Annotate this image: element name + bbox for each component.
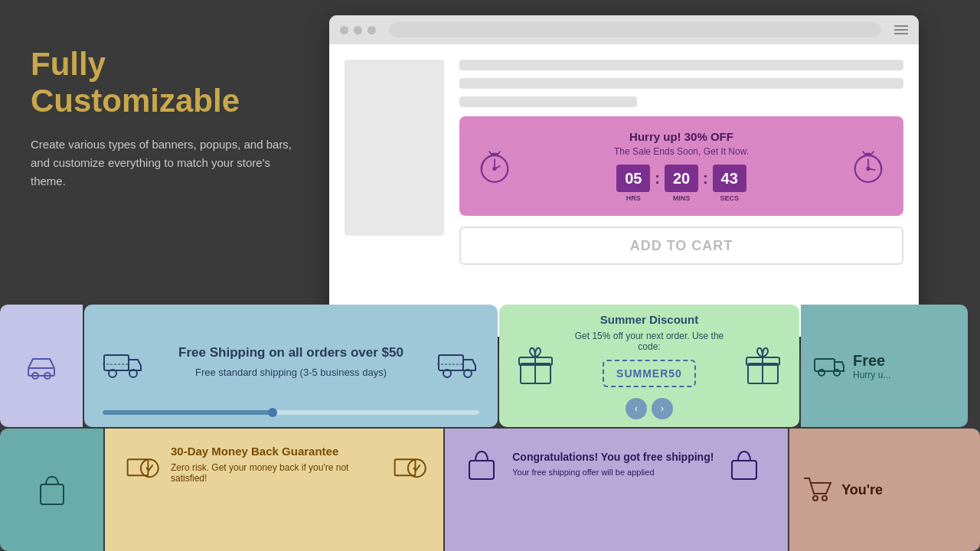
svg-rect-23 (815, 359, 835, 371)
gift-icon-left (514, 345, 557, 387)
congrats-text: Congratulations! You got free shipping! … (512, 451, 714, 477)
card-partial-teal-2 (0, 429, 103, 551)
card-summer-content: Summer Discount Get 15% off your next or… (567, 313, 731, 419)
card-money-back: 30-Day Money Back Guarantee Zero risk. G… (105, 429, 443, 551)
hurry-text: Hurry u... (853, 370, 890, 380)
card-shipping-inner: Free Shipping on all orders over $50 Fre… (84, 305, 498, 404)
congrats-title: Congratulations! You got free shipping! (512, 451, 714, 463)
shipping-title: Free Shipping on all orders over $50 (157, 345, 425, 360)
bottom-row-2: 30-Day Money Back Guarantee Zero risk. G… (0, 429, 980, 551)
card-congrats-shipping: Congratulations! You got free shipping! … (445, 429, 788, 551)
svg-point-33 (813, 496, 818, 500)
svg-rect-32 (732, 461, 756, 479)
svg-rect-13 (439, 355, 463, 370)
money-back-text: 30-Day Money Back Guarantee Zero risk. G… (171, 445, 378, 484)
svg-rect-26 (41, 484, 64, 504)
free-text: Free (853, 352, 890, 370)
congrats-inner: Congratulations! You got free shipping! … (462, 444, 764, 484)
bag-icon-purple-right (724, 444, 764, 484)
ship-icon-partial (22, 347, 60, 385)
coupon-code: SUMMER50 (603, 360, 696, 387)
money-back-title: 30-Day Money Back Guarantee (171, 445, 378, 458)
svg-point-34 (822, 496, 827, 500)
bag-icon-purple (462, 444, 501, 484)
truck-icon-hurry (813, 350, 845, 382)
next-arrow-button[interactable]: › (652, 398, 673, 419)
card-shipping: Free Shipping on all orders over $50 Fre… (84, 305, 498, 427)
card-youre-partial: You're (789, 429, 980, 551)
youre-text: You're (841, 482, 883, 498)
gift-icon-right (742, 345, 784, 387)
svg-rect-27 (128, 459, 149, 475)
summer-subtitle: Get 15% off your next order. Use the cod… (567, 331, 731, 352)
free-hurry-text-area: Free Hurry u... (853, 352, 890, 380)
bottom-row-1: Free Shipping on all orders over $50 Fre… (0, 305, 980, 427)
cart-icon-pink (802, 474, 834, 506)
bag-icon-partial (33, 471, 71, 509)
truck-icon-left (103, 344, 145, 379)
congrats-subtitle: Your free shipping offer will be applied (512, 468, 714, 477)
card-free-hurry: Free Hurry u... (801, 305, 968, 427)
card-shipping-text: Free Shipping on all orders over $50 Fre… (157, 345, 425, 378)
svg-rect-9 (104, 355, 129, 370)
prev-arrow-button[interactable]: ‹ (626, 398, 647, 419)
shipping-progress-fill (103, 410, 272, 415)
truck-icon-right (437, 344, 479, 379)
bottom-cards-area: Free Shipping on all orders over $50 Fre… (0, 0, 980, 551)
money-back-icon-left (122, 444, 160, 484)
card-summer-discount: Summer Discount Get 15% off your next or… (499, 305, 799, 427)
card-partial-lavender (0, 305, 83, 427)
svg-rect-29 (394, 459, 415, 475)
shipping-progress-bar (103, 410, 479, 415)
svg-rect-31 (469, 461, 494, 479)
summer-title: Summer Discount (567, 313, 731, 326)
money-back-subtitle: Zero risk. Get your money back if you're… (171, 462, 378, 484)
money-back-inner: 30-Day Money Back Guarantee Zero risk. G… (122, 444, 426, 484)
shipping-progress-dot (268, 408, 277, 417)
shipping-subtitle: Free standard shipping (3-5 business day… (157, 367, 425, 378)
money-back-icon-right (389, 444, 427, 484)
